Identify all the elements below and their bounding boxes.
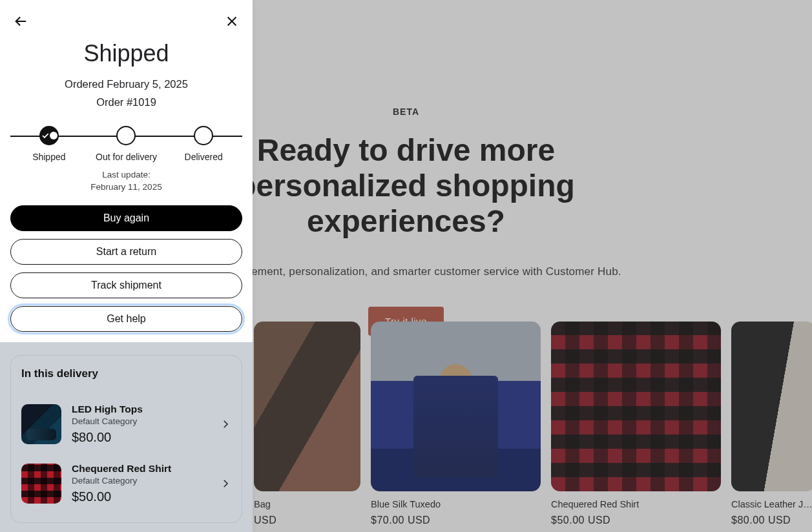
order-meta: Ordered February 5, 2025 Order #1019 (10, 76, 242, 110)
chevron-right-icon (220, 418, 231, 430)
item-info: Chequered Red Shirt Default Category $50… (72, 463, 209, 504)
last-update-label: Last update: (10, 169, 242, 181)
item-info: LED High Tops Default Category $80.00 (72, 404, 209, 445)
delivery-card: In this delivery LED High Tops Default C… (10, 355, 242, 523)
last-update-value: February 11, 2025 (10, 181, 242, 194)
step-label: Delivered (185, 152, 223, 162)
step-dot (116, 126, 136, 145)
panel-header (12, 12, 241, 31)
back-button[interactable] (12, 12, 30, 30)
close-button[interactable] (223, 12, 241, 30)
item-thumbnail (21, 464, 61, 504)
delivery-item[interactable]: Chequered Red Shirt Default Category $50… (21, 454, 231, 513)
item-category: Default Category (72, 476, 209, 486)
item-price: $50.00 (72, 489, 209, 504)
step-label: Out for delivery (96, 152, 157, 162)
item-name: Chequered Red Shirt (72, 463, 209, 475)
delivery-item[interactable]: LED High Tops Default Category $80.00 (21, 394, 231, 454)
panel-bottom: In this delivery LED High Tops Default C… (0, 342, 253, 532)
chevron-right-icon (220, 478, 231, 489)
get-help-button[interactable]: Get help (10, 306, 242, 332)
delivery-title: In this delivery (21, 367, 231, 380)
step-out-for-delivery: Out for delivery (88, 126, 165, 162)
step-dot-done (39, 126, 59, 145)
step-delivered: Delivered (165, 126, 242, 162)
arrow-left-icon (14, 14, 28, 28)
item-name: LED High Tops (72, 404, 209, 415)
step-shipped: Shipped (10, 126, 88, 162)
item-thumbnail (21, 404, 61, 444)
progress-stepper: Shipped Out for delivery Delivered (10, 126, 242, 161)
item-price: $80.00 (72, 430, 209, 445)
ordered-date: Ordered February 5, 2025 (10, 76, 242, 93)
last-update: Last update: February 11, 2025 (10, 169, 242, 194)
order-number: Order #1019 (10, 94, 242, 111)
track-shipment-button[interactable]: Track shipment (10, 272, 242, 298)
start-return-button[interactable]: Start a return (10, 239, 242, 265)
order-status-panel: Shipped Ordered February 5, 2025 Order #… (0, 0, 253, 532)
buy-again-button[interactable]: Buy again (10, 205, 242, 231)
step-dot (194, 126, 213, 145)
shipment-status-title: Shipped (10, 40, 242, 67)
panel-top: Shipped Ordered February 5, 2025 Order #… (0, 0, 253, 342)
item-category: Default Category (72, 416, 209, 426)
step-label: Shipped (32, 152, 65, 162)
check-icon (41, 131, 50, 140)
close-icon (225, 14, 239, 28)
